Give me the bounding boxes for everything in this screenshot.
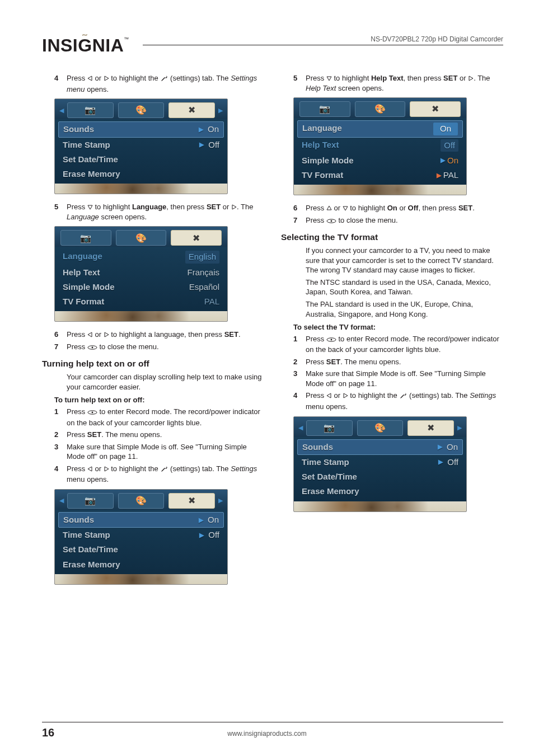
sub-heading: To turn help text on or off: xyxy=(54,395,264,405)
svg-point-9 xyxy=(91,412,93,414)
step-number: 7 xyxy=(54,342,62,353)
menu-row: TV Format▶PAL xyxy=(297,168,463,182)
right-triangle-icon xyxy=(104,332,109,337)
tab-palette-icon: 🎨 xyxy=(116,230,167,246)
step-text: Press to highlight Language, then press … xyxy=(67,202,264,222)
footer-url: www.insigniaproducts.com xyxy=(0,729,534,738)
step-text: Press SET. The menu opens. xyxy=(306,357,503,367)
tab-palette-icon: 🎨 xyxy=(118,493,165,509)
menu-row: Erase Memory xyxy=(58,167,224,181)
step-number: 1 xyxy=(293,334,301,355)
tab-palette-icon: 🎨 xyxy=(118,102,165,118)
step-number: 4 xyxy=(293,391,301,411)
menu-row: Sounds▶On xyxy=(58,121,224,137)
svg-point-7 xyxy=(91,347,93,349)
menu-row: Time Stamp▶Off xyxy=(58,528,224,542)
step-text: Press SET. The menu opens. xyxy=(67,430,264,440)
step-text: Press to enter Record mode. The record/p… xyxy=(67,407,264,428)
svg-marker-10 xyxy=(88,467,92,471)
settings-wrench-icon xyxy=(160,464,168,475)
svg-marker-15 xyxy=(343,206,348,210)
tab-arrow-left-icon: ◀ xyxy=(58,496,65,505)
menu-row: Erase Memory xyxy=(58,557,224,572)
step-text: Press to enter Record mode. The record/p… xyxy=(306,334,503,355)
svg-marker-14 xyxy=(327,206,331,210)
help-text-screen-screenshot: 📷 🎨 ✖ LanguageOn Help TextOff Simple Mod… xyxy=(293,97,467,195)
settings-wrench-icon xyxy=(160,74,168,84)
tab-camera-icon: 📷 xyxy=(67,493,114,509)
menu-row: Simple Mode▶On xyxy=(297,153,463,168)
menu-row: Set Date/Time xyxy=(297,469,463,484)
down-triangle-icon xyxy=(326,76,332,81)
svg-marker-12 xyxy=(327,77,331,81)
down-triangle-icon xyxy=(343,205,348,211)
svg-point-17 xyxy=(330,220,332,222)
tab-camera-icon: 📷 xyxy=(299,101,350,117)
menu-row: Sounds▶On xyxy=(297,439,463,455)
menu-row: Help TextOff xyxy=(297,138,463,153)
tab-arrow-left-icon: ◀ xyxy=(297,424,304,432)
body-text: The PAL standard is used in the UK, Euro… xyxy=(281,299,503,319)
step-number: 6 xyxy=(54,330,62,340)
svg-marker-3 xyxy=(232,205,236,209)
tab-arrow-right-icon: ▶ xyxy=(217,106,224,115)
step-text: Press to close the menu. xyxy=(306,215,503,227)
settings-menu-screenshot: ◀ 📷 🎨 ✖ ▶ Sounds▶On Time Stamp▶Off Set D… xyxy=(293,416,467,512)
record-button-icon xyxy=(87,343,97,353)
menu-row: Time Stamp▶Off xyxy=(58,138,224,152)
step-text: Press or to highlight On or Off, then pr… xyxy=(306,203,503,213)
menu-row: Set Date/Time xyxy=(58,542,224,557)
up-triangle-icon xyxy=(326,205,332,211)
step-number: 2 xyxy=(54,430,62,440)
step-number: 4 xyxy=(54,73,62,94)
footer-rule xyxy=(42,722,503,722)
menu-row: Time Stamp▶Off xyxy=(297,455,463,469)
menu-row: Set Date/Time xyxy=(58,152,224,167)
logo-tilde-icon: ˜ xyxy=(82,30,87,48)
step-number: 1 xyxy=(54,407,62,428)
step-text: Press or to highlight the (settings) tab… xyxy=(67,73,264,94)
menu-row: TV FormatPAL xyxy=(58,294,224,309)
tab-arrow-left-icon: ◀ xyxy=(58,106,65,115)
step-number: 2 xyxy=(293,357,301,367)
step-text: Press to close the menu. xyxy=(67,342,264,353)
step-text: Make sure that Simple Mode is off. See "… xyxy=(306,369,503,388)
left-column: 4 Press or to highlight the (settings) t… xyxy=(42,73,264,593)
svg-marker-21 xyxy=(344,393,348,398)
sub-heading: To select the TV format: xyxy=(293,322,503,332)
left-triangle-icon xyxy=(87,332,93,337)
tab-camera-icon: 📷 xyxy=(306,420,353,436)
step-number: 7 xyxy=(293,215,301,227)
tab-palette-icon: 🎨 xyxy=(355,101,406,117)
settings-wrench-icon xyxy=(399,391,407,402)
record-button-icon xyxy=(326,335,336,345)
step-number: 4 xyxy=(54,464,62,485)
menu-row: LanguageEnglish xyxy=(58,249,224,265)
step-text: Press or to highlight the (settings) tab… xyxy=(67,464,264,485)
step-number: 5 xyxy=(293,73,301,93)
step-number: 5 xyxy=(54,202,62,222)
body-text: Your camcorder can display scrolling hel… xyxy=(42,372,264,392)
svg-marker-20 xyxy=(327,393,331,398)
product-name: NS-DV720PBL2 720p HD Digital Camcorder xyxy=(371,35,503,44)
svg-marker-11 xyxy=(105,467,109,471)
menu-row: Sounds▶On xyxy=(58,512,224,528)
svg-marker-5 xyxy=(105,332,109,337)
step-number: 6 xyxy=(293,203,301,213)
tab-settings-icon: ✖ xyxy=(171,230,222,246)
down-triangle-icon xyxy=(87,204,93,210)
left-triangle-icon xyxy=(87,76,93,81)
right-column: 5 Press to highlight Help Text, then pre… xyxy=(281,73,503,593)
svg-point-19 xyxy=(330,339,332,340)
tab-settings-icon: ✖ xyxy=(168,102,215,118)
brand-logo: INSIGNIA™ ˜ xyxy=(42,34,129,58)
tab-camera-icon: 📷 xyxy=(60,230,111,246)
settings-menu-screenshot: ◀ 📷 🎨 ✖ ▶ Sounds▶On Time Stamp▶Off Set D… xyxy=(54,489,228,585)
svg-marker-1 xyxy=(105,76,109,81)
step-number: 3 xyxy=(54,442,62,462)
body-text: The NTSC standard is used in the USA, Ca… xyxy=(281,278,503,297)
tab-settings-icon: ✖ xyxy=(410,101,461,117)
step-text: Press to highlight Help Text, then press… xyxy=(306,73,503,93)
section-heading: Selecting the TV format xyxy=(281,232,503,243)
settings-menu-screenshot: ◀ 📷 🎨 ✖ ▶ Sounds▶On Time Stamp▶Off Set D… xyxy=(54,98,228,194)
